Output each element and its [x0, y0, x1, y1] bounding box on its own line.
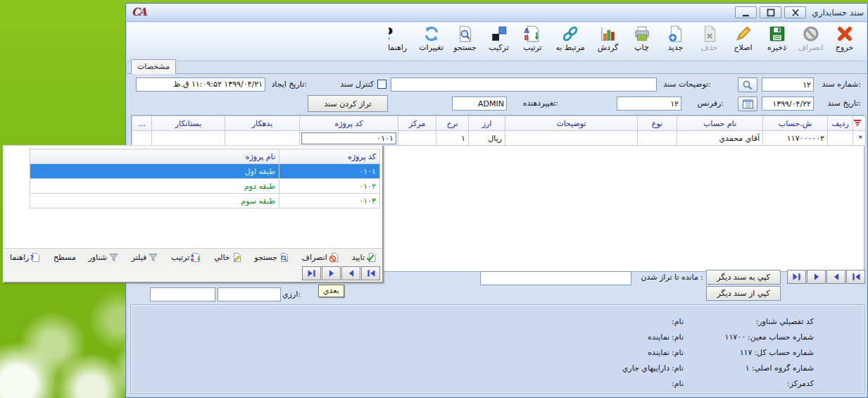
- cell-account-no[interactable]: ۱۱۷۰۰۰۰۰۲: [763, 131, 828, 146]
- calendar-button[interactable]: [738, 97, 757, 111]
- project-code-editor[interactable]: ۰۱۰۱: [301, 132, 396, 144]
- project-name[interactable]: طبقه دوم: [30, 179, 279, 194]
- popup-cancel-button[interactable]: انصراف: [302, 252, 339, 263]
- col-header-rate[interactable]: نرخ: [436, 116, 469, 131]
- reference-label: رفرنس:: [698, 97, 724, 111]
- control-doc-checkbox[interactable]: [377, 80, 386, 89]
- clear-button[interactable]: خالي: [214, 252, 242, 263]
- col-header-type[interactable]: نوع: [638, 116, 677, 131]
- tab-specifications[interactable]: مشخصات: [131, 59, 176, 74]
- popup-col-project-name[interactable]: نام پروژه: [30, 149, 279, 164]
- cell-project-code[interactable]: ۰۱۰۱: [300, 131, 398, 146]
- table-row[interactable]: * ۱۱۷۰۰۰۰۰۲ آقاي محمدي ريال ۱ ۰۱۰۱: [132, 131, 866, 146]
- confirm-button[interactable]: تاييد: [351, 252, 377, 263]
- subsidiary-account-value: ۱۱۷۰۰: [725, 332, 746, 342]
- col-header-currency[interactable]: ارز: [469, 116, 505, 131]
- related-to-button[interactable]: مرتبط به: [550, 24, 591, 53]
- copy-to-doc-button[interactable]: كپي به سند ديگر: [706, 270, 781, 285]
- col-header-credit[interactable]: بستانكار: [152, 116, 225, 131]
- cell-credit[interactable]: [152, 131, 225, 146]
- col-header-account-name[interactable]: نام حساب: [677, 116, 763, 131]
- delete-button: حذف: [693, 24, 726, 53]
- account-search-button[interactable]: [738, 77, 757, 92]
- app-logo: CA: [132, 6, 146, 18]
- doc-number-input[interactable]: [762, 77, 814, 92]
- refresh-icon: [422, 25, 441, 43]
- modifier-input[interactable]: [452, 97, 507, 111]
- order-button[interactable]: AB ترتيب: [516, 24, 549, 53]
- col-header-center[interactable]: مركز: [398, 116, 436, 131]
- save-button[interactable]: ذخيره: [760, 24, 793, 53]
- list-item[interactable]: ۰۱۰۳ طبقه سوم: [30, 194, 380, 209]
- project-code[interactable]: ۰۱۰۳: [279, 194, 380, 209]
- col-header-debit[interactable]: بدهكار: [225, 116, 300, 131]
- maximize-button[interactable]: [760, 6, 781, 18]
- general-name-label: نام:: [672, 348, 684, 357]
- project-code[interactable]: ۰۱۰۱: [279, 164, 380, 179]
- changes-button[interactable]: تغييرات: [415, 24, 448, 53]
- popup-col-project-code[interactable]: كد پروژه: [279, 149, 380, 164]
- previous-record-button[interactable]: [826, 270, 845, 284]
- popup-sort-button[interactable]: AB ترتيب: [171, 252, 201, 263]
- popup-search-button[interactable]: جستجو: [254, 252, 289, 263]
- calendar-icon: [742, 99, 754, 109]
- currency-amount-input-1[interactable]: [218, 287, 281, 301]
- float-button[interactable]: شناور: [88, 252, 119, 263]
- balance-remaining-input[interactable]: [480, 271, 631, 285]
- copy-from-doc-button[interactable]: كپي از سند ديگر: [706, 286, 781, 301]
- help-button[interactable]: ? راهنما: [381, 24, 414, 53]
- balance-doc-button[interactable]: تراز كردن سند: [308, 95, 388, 112]
- minimize-button[interactable]: [735, 6, 757, 18]
- cell-type[interactable]: [638, 131, 677, 146]
- filter-button[interactable]: فيلتر: [132, 252, 159, 263]
- doc-desc-input[interactable]: [391, 77, 657, 92]
- turnover-button[interactable]: گردش: [591, 24, 624, 53]
- col-header-account-no[interactable]: ش.حساب: [763, 116, 828, 131]
- doc-date-label: تاريخ سند:: [828, 97, 861, 111]
- center-name-label: نام:: [672, 379, 684, 388]
- cell-more[interactable]: [132, 131, 152, 146]
- reference-input[interactable]: [617, 97, 681, 111]
- edit-button[interactable]: اصلاح: [727, 24, 760, 53]
- cell-desc[interactable]: [505, 131, 638, 146]
- cell-debit[interactable]: [225, 131, 300, 146]
- popup-first-record-icon: [363, 268, 379, 278]
- popup-last-record-button[interactable]: [302, 266, 321, 280]
- print-button[interactable]: چاپ: [625, 24, 658, 53]
- titlebar[interactable]: CA سند حسابداري: [127, 4, 867, 22]
- list-item[interactable]: ۰۱۰۱ طبقه اول: [30, 164, 380, 179]
- doc-date-input[interactable]: [762, 97, 814, 111]
- popup-previous-record-button[interactable]: [341, 266, 360, 280]
- next-record-button[interactable]: [807, 270, 826, 284]
- cell-center[interactable]: [398, 131, 436, 146]
- first-record-button[interactable]: [846, 270, 865, 284]
- flat-button[interactable]: مسطح: [54, 253, 76, 262]
- cell-rate[interactable]: ۱: [436, 131, 469, 146]
- info-row-center-code: كدمركز: نام:: [132, 375, 863, 391]
- popup-help-button[interactable]: ? راهنما: [10, 252, 41, 263]
- grid-filter-corner[interactable]: [853, 116, 866, 131]
- col-header-radif[interactable]: رديف: [828, 116, 853, 131]
- col-header-more[interactable]: ...: [132, 116, 152, 131]
- new-button[interactable]: جديد: [659, 24, 692, 53]
- col-header-project-code[interactable]: كد پروژه: [300, 116, 398, 131]
- doc-desc-label: توضيحات سند:: [663, 77, 711, 92]
- cell-currency[interactable]: ريال: [469, 131, 505, 146]
- list-item[interactable]: ۰۱۰۲ طبقه دوم: [30, 179, 380, 194]
- close-button[interactable]: [784, 6, 806, 18]
- next-record-icon: [809, 272, 824, 282]
- project-name[interactable]: طبقه سوم: [30, 194, 279, 209]
- popup-first-record-button[interactable]: [361, 266, 380, 280]
- project-code[interactable]: ۰۱۰۲: [279, 179, 380, 194]
- last-record-button[interactable]: [787, 270, 806, 284]
- help-icon: ?: [389, 25, 407, 43]
- combine-button[interactable]: تركيب: [482, 24, 515, 53]
- project-name[interactable]: طبقه اول: [30, 164, 279, 179]
- currency-amount-input-2[interactable]: [150, 287, 215, 301]
- cell-radif[interactable]: [828, 131, 853, 146]
- search-button[interactable]: جستجو: [448, 24, 482, 53]
- col-header-desc[interactable]: توضيحات: [505, 116, 638, 131]
- exit-button[interactable]: خروج: [828, 24, 861, 53]
- popup-next-record-button[interactable]: [322, 266, 341, 280]
- cell-account-name[interactable]: آقاي محمدي: [677, 131, 763, 146]
